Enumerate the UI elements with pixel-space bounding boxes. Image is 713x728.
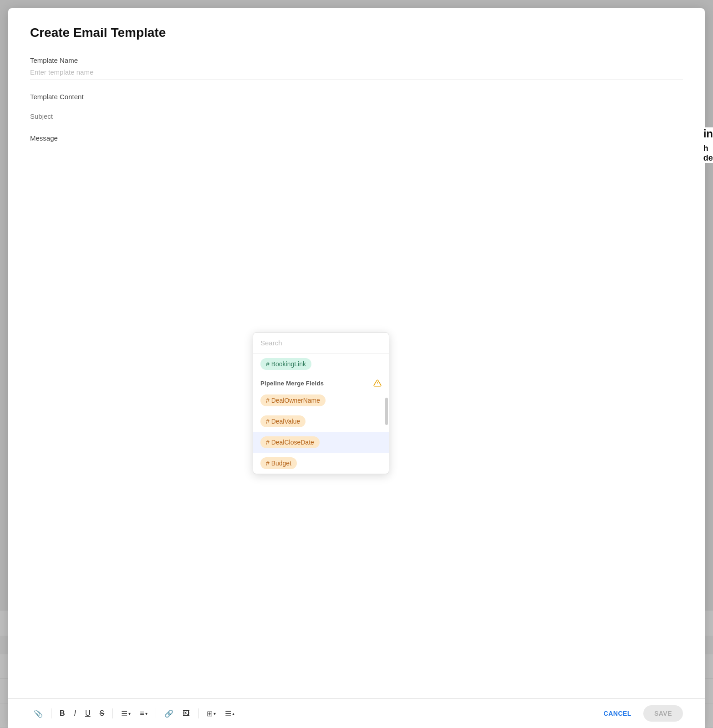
table-button[interactable]: ⊞ ▾: [203, 707, 219, 721]
template-name-label: Template Name: [30, 56, 78, 64]
bold-icon: B: [60, 709, 65, 718]
image-icon: 🖼: [183, 709, 190, 718]
bold-button[interactable]: B: [56, 707, 69, 720]
strikethrough-icon: S: [100, 709, 105, 718]
numbered-list-icon: ≡: [140, 709, 144, 718]
editor-toolbar: 📎 B I U S ☰ ▾ ≡ ▾: [8, 698, 705, 728]
underline-icon: U: [85, 709, 91, 718]
budget-tag[interactable]: # Budget: [260, 457, 297, 469]
toolbar-divider-1: [51, 708, 51, 718]
warning-icon: [373, 379, 382, 387]
strikethrough-button[interactable]: S: [96, 707, 108, 720]
pipeline-section-title: Pipeline Merge Fields: [260, 380, 324, 387]
modal-title: Create Email Template: [30, 25, 683, 40]
partial-line-3: de: [703, 153, 713, 163]
italic-icon: I: [74, 709, 76, 718]
numbered-list-chevron: ▾: [145, 711, 148, 716]
toolbar-icons: 📎 B I U S ☰ ▾ ≡ ▾: [30, 707, 596, 721]
table-icon: ⊞: [207, 709, 213, 718]
dealownername-tag[interactable]: # DealOwnerName: [260, 394, 326, 406]
dropdown-scrollbar[interactable]: [385, 398, 388, 425]
partial-line-2: h: [703, 144, 713, 153]
save-button[interactable]: SAVE: [643, 705, 683, 722]
merge-item-dealclosedate[interactable]: # DealCloseDate: [253, 432, 389, 453]
merge-fields-list: # BookingLink Pipeline Merge Fields # De…: [253, 354, 389, 474]
link-icon: 🔗: [164, 709, 173, 718]
merge-item-dealownername[interactable]: # DealOwnerName: [253, 390, 389, 411]
merge-item-budget[interactable]: # Budget: [253, 453, 389, 474]
message-textarea[interactable]: [30, 147, 683, 248]
dealvalue-tag[interactable]: # DealValue: [260, 415, 306, 427]
align-button[interactable]: ☰ ▴: [221, 707, 238, 721]
table-chevron: ▾: [214, 711, 216, 716]
pipeline-merge-fields-header: Pipeline Merge Fields: [253, 374, 389, 390]
cancel-button[interactable]: CANCEL: [596, 705, 640, 722]
toolbar-divider-2: [112, 708, 113, 718]
template-content-label: Template Content: [30, 93, 683, 101]
align-icon: ☰: [225, 709, 231, 718]
align-chevron: ▴: [232, 711, 234, 716]
bullet-list-icon: ☰: [121, 709, 127, 718]
bookinglink-tag[interactable]: # BookingLink: [260, 358, 311, 370]
toolbar-divider-3: [156, 708, 156, 718]
attach-icon: 📎: [34, 709, 43, 718]
merge-search-input[interactable]: [253, 333, 389, 354]
message-label: Message: [30, 134, 683, 142]
attach-button[interactable]: 📎: [30, 707, 46, 721]
right-partial-text: in h de: [702, 127, 713, 163]
dealclosedate-tag[interactable]: # DealCloseDate: [260, 436, 320, 448]
partial-line-1: in: [703, 127, 713, 140]
toolbar-divider-4: [198, 708, 199, 718]
merge-item-bookinglink[interactable]: # BookingLink: [253, 354, 389, 374]
numbered-list-button[interactable]: ≡ ▾: [136, 707, 151, 720]
underline-button[interactable]: U: [81, 707, 94, 720]
merge-item-dealvalue[interactable]: # DealValue: [253, 411, 389, 432]
subject-input[interactable]: [30, 109, 683, 124]
merge-fields-dropdown: # BookingLink Pipeline Merge Fields # De…: [253, 332, 389, 474]
link-button[interactable]: 🔗: [161, 707, 177, 721]
image-button[interactable]: 🖼: [179, 707, 194, 720]
italic-button[interactable]: I: [71, 707, 80, 720]
bullet-list-chevron: ▾: [128, 711, 131, 716]
template-name-input[interactable]: [30, 65, 683, 80]
bullet-list-button[interactable]: ☰ ▾: [117, 707, 134, 721]
